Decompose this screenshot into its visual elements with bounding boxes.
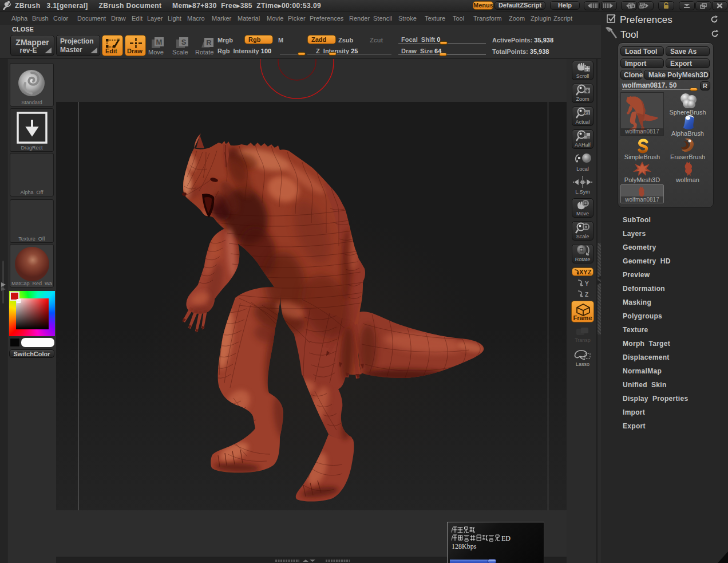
svg-text:R: R <box>206 38 212 47</box>
svg-text:x1: x1 <box>584 111 589 116</box>
svg-text:M: M <box>156 38 163 46</box>
svg-text:128Kbps: 128Kbps <box>452 542 477 550</box>
svg-text:Y: Y <box>585 281 589 287</box>
svg-text:ED: ED <box>501 534 511 542</box>
svg-text:Z: Z <box>585 292 588 298</box>
svg-text:S: S <box>181 38 187 46</box>
